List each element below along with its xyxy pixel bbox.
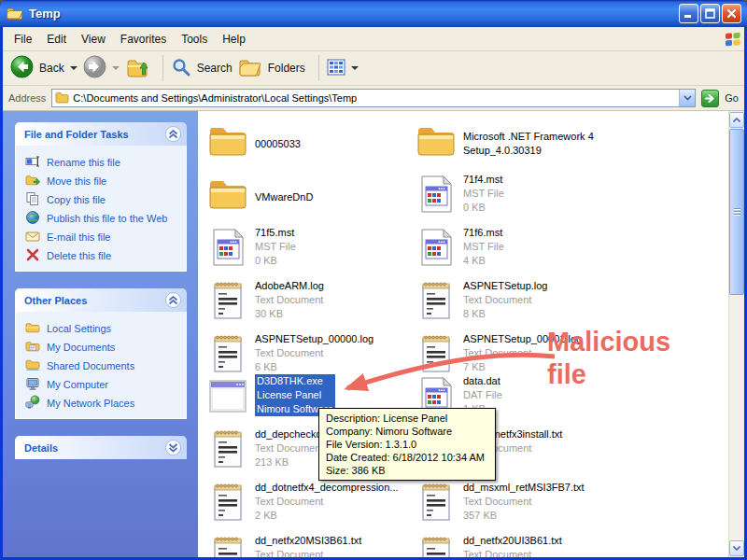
task-link-label: Shared Documents — [47, 360, 134, 371]
close-button[interactable] — [722, 4, 741, 23]
explorer-window: Temp FileEditViewFavoritesToolsHelp — [0, 0, 747, 560]
tooltip-line: Description: License Panel — [326, 412, 488, 425]
task-link-local-settings[interactable]: Local Settings — [25, 319, 182, 338]
scrollbar-thumb[interactable] — [729, 129, 744, 295]
file-label: ASPNETSetup.logText Document8 KB — [463, 279, 620, 328]
file-column-left: 00005033 VMwareDnD 71f5.mstMST File0 KB … — [206, 111, 414, 557]
file-tile[interactable]: AdobeARM.logText Document30 KB — [206, 279, 414, 328]
back-button[interactable]: Back — [10, 55, 78, 81]
minimize-button[interactable] — [679, 4, 698, 23]
file-tile[interactable]: ASPNETSetup.logText Document8 KB — [415, 279, 622, 328]
panel-header[interactable]: Other Places — [15, 288, 187, 312]
forward-dropdown-icon[interactable] — [112, 66, 120, 70]
address-input[interactable]: C:\Documents and Settings\Administrator\… — [51, 89, 696, 107]
file-label: 71f6.mstMST File4 KB — [463, 226, 620, 274]
chevron-down-icon[interactable] — [165, 440, 181, 455]
tooltip-line: Company: Nimoru Software — [326, 425, 488, 438]
mst-file-icon — [415, 173, 458, 216]
back-icon — [10, 55, 34, 81]
panel-file-and-folder-tasks: File and Folder Tasks Rename this file M… — [15, 122, 187, 272]
views-dropdown-icon[interactable] — [351, 66, 359, 70]
panel-header[interactable]: Details — [15, 436, 187, 459]
file-label: dd_dotnetfx4_decompression...Text Docume… — [255, 481, 412, 529]
vertical-scrollbar[interactable] — [728, 111, 744, 557]
file-label: dd_msxml_retMSI3FB7.txtText Document357 … — [463, 481, 620, 529]
task-link-delete-this-file[interactable]: Delete this file — [25, 246, 182, 265]
task-link-label: My Computer — [47, 379, 108, 390]
forward-icon — [83, 55, 106, 81]
task-link-e-mail-this-file[interactable]: E-mail this file — [25, 228, 182, 246]
search-button[interactable]: Search — [171, 57, 233, 80]
address-path: C:\Documents and Settings\Administrator\… — [73, 92, 357, 104]
window-folder-icon — [6, 6, 24, 21]
file-size: 0 KB — [463, 201, 620, 215]
file-tile[interactable]: VMwareDnD — [206, 173, 414, 221]
folders-label: Folders — [268, 62, 305, 75]
file-tile[interactable]: dd_netfx20UI3B61.txtText Document — [415, 534, 622, 557]
file-name: 71f4.mst — [463, 173, 620, 187]
tooltip-line: Date Created: 6/18/2012 10:34 AM — [326, 451, 488, 464]
task-link-move-this-file[interactable]: Move this file — [25, 172, 182, 190]
task-link-label: Move this file — [47, 175, 106, 187]
up-button[interactable] — [125, 55, 149, 82]
file-type: Text Document — [463, 346, 620, 360]
menu-item-edit[interactable]: Edit — [39, 30, 74, 49]
file-name: data.dat — [463, 374, 620, 388]
text-document-icon — [415, 332, 458, 375]
task-link-copy-this-file[interactable]: Copy this file — [25, 190, 182, 209]
file-tile[interactable]: dd_dotnetfx4_decompression...Text Docume… — [206, 481, 414, 529]
file-size: 4 KB — [463, 254, 620, 268]
task-link-my-documents[interactable]: My Documents — [25, 338, 182, 357]
file-tile[interactable]: dd_msxml_retMSI3FB7.txtText Document357 … — [415, 481, 622, 529]
go-button[interactable] — [701, 90, 719, 107]
window-title: Temp — [29, 7, 61, 21]
panel-header[interactable]: File and Folder Tasks — [15, 122, 187, 146]
menu-item-help[interactable]: Help — [215, 30, 253, 49]
scroll-up-button[interactable] — [729, 112, 744, 128]
file-tile[interactable]: 71f4.mstMST File0 KB — [415, 173, 622, 221]
toolbar: Back — [3, 51, 744, 86]
file-label: AdobeARM.logText Document30 KB — [255, 279, 412, 328]
views-button[interactable] — [327, 58, 359, 79]
move-icon — [25, 173, 40, 189]
chevron-up-icon[interactable] — [165, 126, 181, 142]
scroll-down-button[interactable] — [729, 540, 744, 556]
task-link-shared-documents[interactable]: Shared Documents — [25, 357, 182, 375]
menu-item-view[interactable]: View — [74, 30, 113, 49]
text-document-icon — [415, 534, 458, 557]
text-document-icon — [206, 279, 249, 322]
folders-button[interactable]: Folders — [238, 56, 305, 81]
text-document-icon — [206, 534, 249, 557]
task-link-my-network-places[interactable]: My Network Places — [25, 394, 182, 413]
task-link-publish-this-file-to-the-web[interactable]: Publish this file to the Web — [25, 209, 182, 228]
menu-item-favorites[interactable]: Favorites — [113, 30, 174, 49]
back-dropdown-icon[interactable] — [70, 66, 78, 70]
forward-button[interactable] — [83, 55, 120, 81]
my-documents-icon — [25, 339, 40, 356]
address-dropdown-button[interactable] — [679, 90, 695, 106]
file-size: 357 KB — [463, 509, 620, 523]
folder-icon — [206, 173, 249, 216]
file-tile[interactable]: 00005033 — [206, 119, 414, 168]
file-tile[interactable]: dd_netfx20MSI3B61.txtText Document — [206, 534, 414, 557]
file-tile[interactable]: Microsoft .NET Framework 4 Setup_4.0.303… — [415, 119, 622, 168]
menu-item-file[interactable]: File — [7, 30, 39, 49]
file-label: Microsoft .NET Framework 4 Setup_4.0.303… — [463, 130, 620, 158]
task-link-rename-this-file[interactable]: Rename this file — [25, 153, 182, 172]
mst-file-icon — [206, 226, 249, 269]
task-link-label: Delete this file — [47, 250, 111, 261]
file-tile[interactable]: 71f6.mstMST File4 KB — [415, 226, 622, 274]
task-link-my-computer[interactable]: My Computer — [25, 375, 182, 394]
folder-small-icon — [25, 320, 40, 337]
menu-item-tools[interactable]: Tools — [174, 30, 215, 49]
file-type: MST File — [463, 240, 620, 254]
file-name: dd_msxml_retMSI3FB7.txt — [463, 481, 620, 495]
back-label: Back — [39, 62, 64, 75]
file-label: dd_netfx20UI3B61.txtText Document — [463, 534, 620, 557]
file-list: 00005033 VMwareDnD 71f5.mstMST File0 KB … — [198, 111, 728, 557]
maximize-button[interactable] — [700, 4, 720, 23]
chevron-up-icon[interactable] — [165, 292, 181, 308]
text-document-icon — [415, 279, 458, 322]
file-type: MST File — [255, 240, 412, 254]
file-tile[interactable]: 71f5.mstMST File0 KB — [206, 226, 414, 274]
